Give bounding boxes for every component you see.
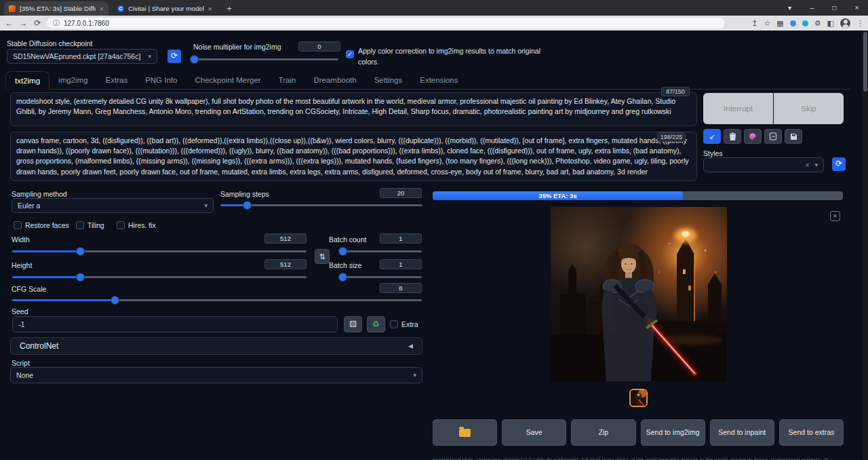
apply-style-button[interactable]	[764, 129, 782, 144]
clear-styles-icon[interactable]: ×	[806, 161, 815, 169]
swap-width-height-button[interactable]: ⇅	[315, 249, 330, 264]
browser-tab-civitai[interactable]: C Civitai | Share your models ×	[113, 1, 217, 16]
send-to-extras-button[interactable]: Send to extras	[779, 419, 844, 446]
hires-fix-checkbox[interactable]	[117, 221, 125, 229]
negative-prompt-input[interactable]: canvas frame, cartoon, 3d, ((disfigured)…	[10, 132, 697, 181]
width-label: Width	[12, 235, 30, 244]
tab-train[interactable]: Train	[270, 71, 305, 89]
reload-button[interactable]: ⟳	[33, 18, 43, 28]
color-correction-checkbox[interactable]: ✓	[346, 50, 354, 58]
window-close-button[interactable]: ×	[846, 0, 868, 16]
extension-icon-teal[interactable]	[802, 20, 808, 26]
batch-count-value[interactable]: 1	[380, 233, 422, 244]
window-maximize-button[interactable]: □	[823, 0, 846, 16]
cfg-scale-value[interactable]: 8	[380, 283, 422, 293]
script-label: Script	[12, 359, 30, 367]
restore-faces-checkbox[interactable]	[14, 221, 22, 229]
tab-search-chevron-icon[interactable]: ▾	[778, 0, 801, 16]
page-scrollbar[interactable]	[862, 31, 868, 460]
side-panel-icon[interactable]: ◧	[827, 19, 834, 28]
refresh-styles-button[interactable]: ⟳	[832, 157, 846, 171]
controlnet-accordion[interactable]: ControlNet ◀	[10, 337, 422, 355]
tab-extensions[interactable]: Extensions	[411, 71, 467, 89]
tiling-label: Tiling	[87, 221, 104, 229]
tab-close-icon[interactable]: ×	[208, 5, 212, 13]
site-info-icon[interactable]: ⓘ	[53, 18, 60, 28]
batch-size-slider[interactable]	[339, 273, 422, 281]
share-icon[interactable]: ↥	[751, 19, 757, 28]
tab-dreambooth[interactable]: Dreambooth	[304, 71, 365, 89]
tab-img2img[interactable]: img2img	[50, 71, 96, 89]
browser-tab-stable-diffusion[interactable]: [35% ETA: 3s] Stable Diffusion ×	[4, 1, 108, 16]
cfg-scale-slider[interactable]	[12, 296, 422, 304]
sampling-method-value: Euler a	[18, 202, 40, 210]
profile-avatar[interactable]	[840, 18, 850, 28]
height-value[interactable]: 512	[264, 259, 307, 269]
address-bar[interactable]: ⓘ 127.0.0.1:7860	[47, 18, 725, 28]
send-to-img2img-button[interactable]: Send to img2img	[641, 419, 705, 446]
sampling-method-label: Sampling method	[12, 190, 67, 198]
folder-icon	[459, 429, 471, 437]
civitai-favicon: C	[117, 5, 124, 12]
generated-image[interactable]	[551, 207, 727, 381]
send-to-inpaint-button[interactable]: Send to inpaint	[710, 419, 774, 446]
script-value: None	[16, 371, 33, 379]
prompt-input[interactable]: modelshoot style, (extremely detailed CG…	[10, 92, 697, 126]
refresh-checkpoint-button[interactable]: ⟳	[167, 50, 181, 63]
settings-gear-icon[interactable]: ⚙	[814, 19, 821, 28]
cfg-scale-label: CFG Scale	[12, 285, 46, 293]
extra-seed-checkbox[interactable]	[390, 320, 398, 328]
window-minimize-button[interactable]: –	[801, 0, 823, 16]
tab-settings[interactable]: Settings	[366, 71, 412, 89]
close-preview-button[interactable]: ×	[830, 211, 840, 221]
tab-extras[interactable]: Extras	[97, 71, 137, 89]
skip-button[interactable]: Skip	[774, 93, 844, 124]
chevron-down-icon: ▾	[148, 53, 151, 60]
batch-size-value[interactable]: 1	[380, 259, 422, 269]
width-slider[interactable]	[12, 247, 307, 255]
generation-info-text: modelshoot style, (extremely detailed CG…	[433, 457, 842, 460]
back-button[interactable]: ←	[4, 18, 14, 28]
seed-input[interactable]	[12, 316, 338, 332]
checkpoint-dropdown[interactable]: SD15NewVAEpruned.ckpt [27a4ac756c] ▾	[7, 49, 157, 64]
bookmark-star-icon[interactable]: ☆	[764, 19, 770, 28]
script-dropdown[interactable]: None ▾	[10, 367, 422, 383]
interrupt-button[interactable]: Interrupt	[703, 93, 773, 124]
height-slider[interactable]	[12, 273, 307, 281]
noise-multiplier-value[interactable]: 0	[298, 41, 340, 52]
read-generation-params-button[interactable]: ↙	[703, 129, 721, 144]
tab-txt2img[interactable]: txt2img	[5, 71, 50, 90]
random-seed-button[interactable]: ⚄	[344, 316, 362, 332]
batch-count-slider[interactable]	[339, 247, 422, 255]
styles-dropdown[interactable]: × ▾	[703, 157, 824, 172]
extra-networks-button[interactable]	[744, 129, 762, 144]
open-folder-button[interactable]	[433, 419, 497, 446]
save-style-button[interactable]	[785, 129, 802, 144]
new-tab-button[interactable]: +	[222, 2, 236, 16]
tiling-checkbox[interactable]	[76, 221, 84, 229]
noise-multiplier-slider[interactable]	[191, 55, 338, 63]
tab-checkpoint-merger[interactable]: Checkpoint Merger	[186, 71, 269, 89]
tab-close-icon[interactable]: ×	[100, 5, 104, 13]
save-button[interactable]: Save	[502, 419, 566, 446]
sampling-steps-value[interactable]: 20	[380, 188, 422, 198]
clear-prompt-button[interactable]	[724, 129, 741, 144]
extension-icon-blue[interactable]	[790, 20, 796, 26]
menu-kebab-icon[interactable]: ⋮	[856, 19, 864, 28]
sampling-method-dropdown[interactable]: Euler a ▾	[12, 198, 214, 213]
reuse-seed-button[interactable]: ♻	[367, 316, 385, 332]
zip-button[interactable]: Zip	[571, 419, 635, 446]
gallery-thumbnail[interactable]	[629, 389, 648, 407]
forward-button[interactable]: →	[18, 18, 28, 28]
chevron-down-icon: ▾	[204, 202, 208, 209]
batch-size-label: Batch size	[329, 261, 361, 269]
tab-title: [35% ETA: 3s] Stable Diffusion	[20, 5, 96, 12]
toolbar-icons: ↥ ☆ ▦ ⚙ ◧ ⋮	[751, 18, 864, 28]
main-tabs: txt2img img2img Extras PNG Info Checkpoi…	[5, 71, 850, 90]
scrollbar-thumb[interactable]	[863, 32, 867, 92]
tab-png-info[interactable]: PNG Info	[136, 71, 186, 89]
sampling-steps-slider[interactable]	[220, 201, 422, 209]
apps-grid-icon[interactable]: ▦	[776, 19, 783, 28]
progress-text: 35% ETA: 3s	[538, 192, 576, 199]
width-value[interactable]: 512	[264, 233, 307, 244]
